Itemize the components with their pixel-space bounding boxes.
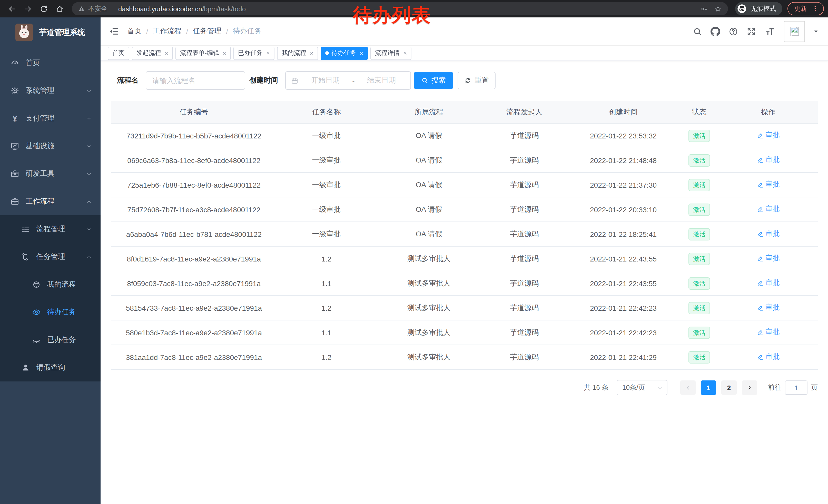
avatar[interactable] <box>784 21 805 42</box>
chevron-down-icon[interactable] <box>813 29 819 34</box>
table-row: 069c6a63-7b8a-11ec-8ef0-acde48001122一级审批… <box>111 148 818 173</box>
help-icon[interactable] <box>729 27 738 36</box>
sidebar-item-leave-query[interactable]: 请假查询 <box>0 354 100 381</box>
close-icon[interactable]: × <box>360 50 363 56</box>
sidebar-item-label: 系统管理 <box>26 86 54 95</box>
tab-发起流程[interactable]: 发起流程× <box>132 46 173 60</box>
bookmark-star-icon[interactable] <box>714 5 722 12</box>
sidebar-item-todo-task[interactable]: 待办任务 <box>0 299 100 326</box>
cell-task-name: 1.1 <box>277 328 376 336</box>
security-label[interactable]: 不安全 <box>88 4 108 13</box>
sidebar-item-workflow[interactable]: 工作流程 <box>0 188 100 215</box>
breadcrumb-item[interactable]: 任务管理 <box>193 27 222 36</box>
column-header: 任务编号 <box>111 107 277 117</box>
cell-created-time: 2022-01-21 22:41:29 <box>567 353 680 361</box>
font-size-icon[interactable] <box>764 27 776 36</box>
tab-流程表单-编辑[interactable]: 流程表单-编辑× <box>175 46 231 60</box>
approve-link[interactable]: 审批 <box>757 353 780 362</box>
sidebar-item-system[interactable]: 系统管理 <box>0 77 100 104</box>
sidebar-item-process-mgmt[interactable]: 流程管理 <box>0 215 100 243</box>
approve-link[interactable]: 审批 <box>757 328 780 337</box>
cell-task-id: 58154733-7ac8-11ec-a9e2-a2380e71991a <box>111 304 277 312</box>
sidebar-item-infra[interactable]: 基础设施 <box>0 132 100 160</box>
close-icon[interactable]: × <box>266 50 270 56</box>
process-name-input[interactable] <box>146 71 245 90</box>
sidebar-item-task-mgmt[interactable]: 任务管理 <box>0 243 100 271</box>
approve-link[interactable]: 审批 <box>757 303 780 313</box>
chevron-right-icon <box>746 384 753 391</box>
cell-status: 激活 <box>680 302 719 314</box>
sidebar-item-label: 工作流程 <box>26 197 54 206</box>
approve-link[interactable]: 审批 <box>757 205 780 214</box>
close-icon[interactable]: × <box>223 50 226 56</box>
github-icon[interactable] <box>710 27 720 36</box>
close-icon[interactable]: × <box>310 50 314 56</box>
status-badge: 激活 <box>689 277 710 289</box>
range-separator: - <box>352 77 355 85</box>
home-icon[interactable] <box>55 4 64 13</box>
close-icon[interactable]: × <box>165 50 168 56</box>
date-range-input[interactable]: 开始日期 - 结束日期 <box>285 71 411 90</box>
sidebar-item-payment[interactable]: ¥支付管理 <box>0 104 100 132</box>
calendar-icon <box>291 77 299 84</box>
breadcrumb-item[interactable]: 首页 <box>127 27 141 36</box>
page-button-2[interactable]: 2 <box>721 380 737 395</box>
approve-link[interactable]: 审批 <box>757 131 780 140</box>
approve-link[interactable]: 审批 <box>757 180 780 189</box>
tab-我的流程[interactable]: 我的流程× <box>277 46 318 60</box>
active-dot <box>325 51 329 55</box>
reload-icon[interactable] <box>40 4 48 13</box>
sidebar-item-done-task[interactable]: 已办任务 <box>0 326 100 354</box>
approve-link[interactable]: 审批 <box>757 254 780 263</box>
approve-link[interactable]: 审批 <box>757 155 780 165</box>
chevron-down-icon <box>86 171 92 177</box>
sidebar-item-label: 基础设施 <box>26 141 54 151</box>
back-icon[interactable] <box>8 4 16 13</box>
search-icon[interactable] <box>693 27 702 36</box>
tab-已办任务[interactable]: 已办任务× <box>234 46 275 60</box>
cell-process: OA 请假 <box>376 205 482 214</box>
sidebar-item-devtools[interactable]: 研发工具 <box>0 160 100 188</box>
chrome-update-chip[interactable]: 更新 <box>787 2 824 15</box>
cell-action: 审批 <box>719 254 818 264</box>
cell-task-name: 1.2 <box>277 304 376 312</box>
sidebar-fold-icon[interactable] <box>109 26 119 36</box>
incognito-badge: 无痕模式 <box>735 2 782 15</box>
table-row: 725a1eb6-7b88-11ec-8ef0-acde48001122一级审批… <box>111 173 818 197</box>
prev-page-button[interactable] <box>680 380 696 395</box>
password-key-icon[interactable] <box>700 5 708 12</box>
breadcrumb-item[interactable]: 工作流程 <box>153 27 181 36</box>
sidebar-item-my-process[interactable]: 我的流程 <box>0 271 100 299</box>
tab-流程详情[interactable]: 流程详情× <box>370 46 411 60</box>
sidebar-item-home[interactable]: 首页 <box>0 49 100 77</box>
status-badge: 激活 <box>689 302 710 314</box>
approve-link[interactable]: 审批 <box>757 229 780 239</box>
update-label[interactable]: 更新 <box>794 4 807 13</box>
table-row: 58154733-7ac8-11ec-a9e2-a2380e71991a1.2测… <box>111 296 818 320</box>
cell-process: 测试多审批人 <box>376 353 482 362</box>
chevron-up-icon <box>86 254 92 260</box>
column-header: 状态 <box>680 107 719 117</box>
page-size-select[interactable]: 10条/页 <box>617 380 667 395</box>
cell-task-name: 一级审批 <box>277 205 376 214</box>
chrome-menu-icon[interactable] <box>812 5 819 12</box>
goto-page-input[interactable] <box>785 380 808 395</box>
table-header: 任务编号任务名称所属流程流程发起人创建时间状态操作 <box>111 101 818 124</box>
cell-process: 测试多审批人 <box>376 254 482 263</box>
tab-首页[interactable]: 首页 <box>108 46 129 60</box>
fullscreen-icon[interactable] <box>746 27 756 36</box>
reset-button[interactable]: 重置 <box>458 72 496 89</box>
close-icon[interactable]: × <box>403 50 407 56</box>
page-button-1[interactable]: 1 <box>701 380 716 395</box>
main-content: 流程名 创建时间 开始日期 - 结束日期 搜索 重置 任务编号任务名称所属流程流… <box>100 61 828 504</box>
user-icon <box>21 363 30 372</box>
tab-待办任务[interactable]: 待办任务× <box>321 46 368 60</box>
search-button[interactable]: 搜索 <box>414 72 453 89</box>
next-page-button[interactable] <box>742 380 757 395</box>
forward-icon[interactable] <box>24 4 32 13</box>
gear-icon <box>10 86 19 95</box>
sidebar-item-label: 支付管理 <box>26 114 54 123</box>
annotation-text: 待办列表 <box>353 3 431 28</box>
approve-link[interactable]: 审批 <box>757 279 780 288</box>
tags-bar: 首页发起流程×流程表单-编辑×已办任务×我的流程×待办任务×流程详情× <box>100 46 828 61</box>
